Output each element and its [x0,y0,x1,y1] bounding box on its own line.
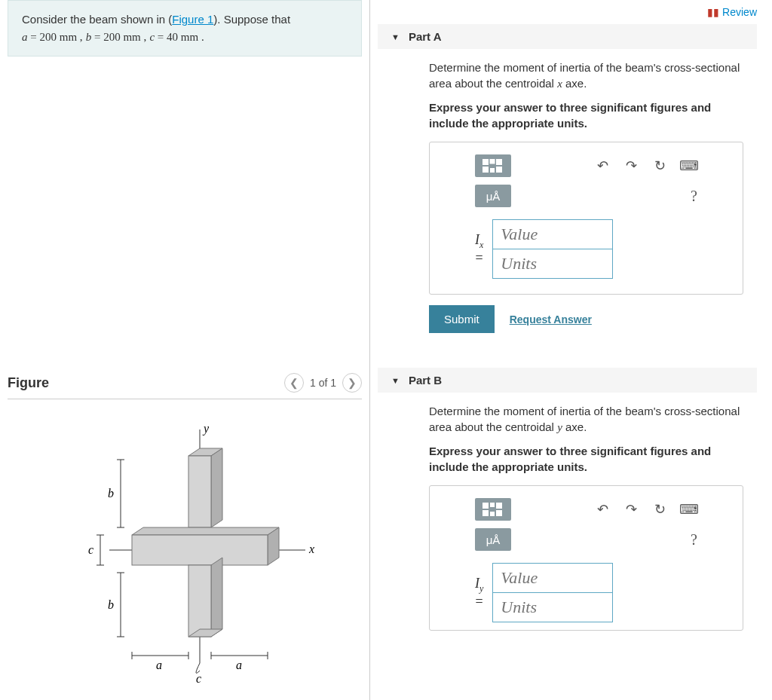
book-icon: ▮▮ [707,6,719,18]
svg-rect-37 [482,167,489,173]
value-input[interactable] [492,563,613,593]
svg-rect-44 [490,512,495,516]
caret-down-icon: ▼ [391,32,400,41]
part-b-question: Determine the moment of inertia of the b… [429,403,743,436]
svg-marker-5 [211,448,222,527]
part-a-header[interactable]: ▼ Part A [378,24,757,49]
figure-prev-button[interactable]: ❮ [284,373,304,393]
svg-text:c: c [196,672,201,685]
part-a-title: Part A [409,30,442,43]
figure-nav: ❮ 1 of 1 ❯ [284,373,362,393]
svg-text:b: b [108,598,114,611]
part-b-answer-box: ↶ ↷ ↻ ⌨ μÅ ? Iy = [429,485,743,631]
svg-rect-41 [490,503,495,507]
units-input[interactable] [492,592,613,622]
templates-button[interactable] [475,498,511,521]
figure-link[interactable]: Figure 1 [172,13,213,26]
figure-section: Figure ❮ 1 of 1 ❯ y x [8,373,362,700]
part-b-title: Part B [409,374,442,387]
svg-rect-39 [496,167,502,173]
figure-image: y x [8,399,362,700]
templates-button[interactable] [475,154,511,177]
svg-rect-45 [496,510,502,516]
svg-marker-10 [211,558,222,637]
problem-text-prefix: Consider the beam shown in ( [22,13,172,26]
help-icon[interactable]: ? [691,188,697,205]
caret-down-icon: ▼ [391,376,400,385]
variable-label-iy: Iy = [475,576,483,610]
svg-text:c: c [88,543,93,556]
svg-rect-6 [188,456,211,527]
var-a: a [22,31,28,43]
figure-next-button[interactable]: ❯ [342,373,362,393]
value-input[interactable] [492,219,613,249]
svg-text:b: b [108,487,114,500]
redo-icon[interactable]: ↷ [622,157,640,174]
part-a-section: ▼ Part A Determine the moment of inertia… [378,24,757,348]
svg-rect-38 [490,168,495,173]
review-link[interactable]: ▮▮ Review [378,0,757,24]
part-b-header[interactable]: ▼ Part B [378,368,757,393]
problem-statement: Consider the beam shown in (Figure 1). S… [8,0,362,57]
help-icon[interactable]: ? [691,531,697,549]
reset-icon[interactable]: ↻ [651,501,669,518]
part-a-answer-box: ↶ ↷ ↻ ⌨ μÅ ? Ix = [429,142,743,295]
val-a: = 200 mm , [28,31,83,43]
reset-icon[interactable]: ↻ [651,157,669,174]
val-b: = 200 mm , [91,31,146,43]
svg-text:y: y [202,422,210,436]
units-format-button[interactable]: μÅ [475,185,511,207]
units-format-button[interactable]: μÅ [475,528,511,551]
svg-rect-43 [482,510,489,516]
svg-rect-36 [496,159,502,165]
svg-text:a: a [156,659,162,671]
part-a-instruction: Express your answer to three significant… [429,99,743,131]
part-b-instruction: Express your answer to three significant… [429,443,743,475]
variable-label-ix: Ix = [475,232,483,267]
redo-icon[interactable]: ↷ [622,501,640,518]
svg-rect-9 [132,535,268,565]
val-c: = 40 mm . [155,31,204,43]
figure-counter: 1 of 1 [310,377,336,389]
figure-title: Figure [8,375,49,391]
svg-text:x: x [308,543,314,555]
svg-rect-35 [490,159,495,164]
svg-rect-11 [188,565,211,637]
problem-text-suffix: ). Suppose that [213,13,290,26]
keyboard-icon[interactable]: ⌨ [679,501,697,518]
svg-rect-42 [496,503,502,509]
units-input[interactable] [492,249,613,279]
svg-rect-34 [482,159,489,165]
svg-text:a: a [236,659,242,671]
request-answer-link[interactable]: Request Answer [510,313,592,326]
keyboard-icon[interactable]: ⌨ [679,157,697,174]
part-a-question: Determine the moment of inertia of the b… [429,60,743,92]
svg-marker-7 [132,527,279,535]
part-b-section: ▼ Part B Determine the moment of inertia… [378,368,757,656]
svg-rect-40 [482,503,489,509]
undo-icon[interactable]: ↶ [593,501,611,518]
undo-icon[interactable]: ↶ [593,157,611,174]
submit-button[interactable]: Submit [429,305,495,333]
